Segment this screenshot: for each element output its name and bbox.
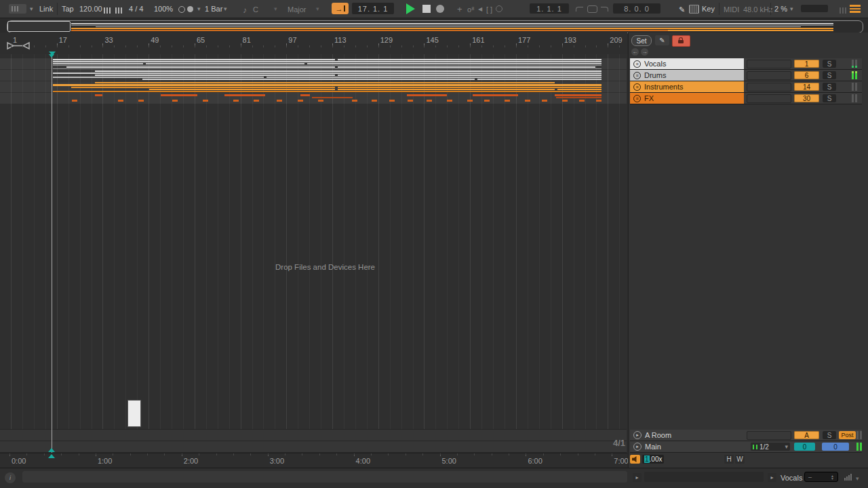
solo-button[interactable]: S: [823, 94, 836, 102]
main-volume-button[interactable]: 0: [822, 443, 849, 451]
track-name[interactable]: Instruments: [644, 83, 683, 91]
clip[interactable]: [146, 63, 304, 64]
clip[interactable]: [53, 91, 601, 92]
track-activator-button[interactable]: 30: [794, 94, 819, 102]
clip[interactable]: [203, 100, 208, 102]
clip[interactable]: [66, 66, 335, 68]
track-name-cell[interactable]: ≡ Drums: [630, 70, 744, 81]
clip[interactable]: [338, 66, 595, 68]
clip[interactable]: [95, 82, 555, 83]
track-name[interactable]: FX: [644, 94, 654, 102]
group-fold-icon[interactable]: ≡: [633, 72, 641, 79]
key-map-button[interactable]: Key: [702, 5, 715, 13]
solo-button[interactable]: S: [823, 83, 836, 91]
scale-name-field[interactable]: Major: [288, 5, 307, 14]
clip[interactable]: [312, 97, 353, 98]
clip[interactable]: [53, 61, 601, 62]
playback-speed-field[interactable]: 1 .00x: [642, 455, 664, 464]
playhead-top-marker[interactable]: [48, 54, 55, 58]
midi-map-button[interactable]: MIDI: [724, 5, 739, 14]
clip[interactable]: [95, 94, 102, 96]
clip[interactable]: [562, 100, 568, 102]
clip[interactable]: [556, 97, 601, 98]
clip[interactable]: [318, 100, 323, 102]
clip[interactable]: [447, 100, 452, 102]
automation-pencil-icon[interactable]: ✎: [655, 35, 669, 45]
count-in-icon[interactable]: [115, 5, 123, 14]
time-signature-field[interactable]: 4 / 4: [129, 5, 143, 13]
crossfade-selector[interactable]: 1/2 ▾: [751, 443, 790, 451]
clip[interactable]: [53, 77, 264, 78]
track-io-box[interactable]: [747, 71, 791, 80]
track-activator-button[interactable]: 6: [794, 71, 819, 79]
arrangement-lane-main[interactable]: [0, 441, 627, 452]
solo-button[interactable]: S: [823, 60, 836, 68]
clip[interactable]: [172, 100, 178, 102]
track-row[interactable]: ≡ Drums 6 S: [630, 70, 862, 81]
cue-level-button[interactable]: 0: [794, 443, 815, 451]
loop-brace-icon[interactable]: [6, 41, 31, 50]
clip[interactable]: [477, 79, 601, 80]
groove-amount-field[interactable]: 100%: [154, 5, 173, 13]
clip[interactable]: [557, 89, 601, 90]
set-marker-button[interactable]: Set: [631, 35, 652, 46]
clip[interactable]: [161, 94, 197, 96]
clip[interactable]: [95, 75, 335, 76]
clip[interactable]: [372, 100, 377, 102]
fold-play-icon[interactable]: ▸: [633, 443, 642, 451]
track-name-cell[interactable]: ≡ FX: [630, 93, 744, 104]
window-bars-icon[interactable]: [9, 4, 26, 14]
clip[interactable]: [224, 94, 265, 96]
clip[interactable]: [352, 100, 357, 102]
arrangement-area[interactable]: Drop Files and Devices Here 4/1: [0, 54, 627, 453]
beat-time-ruler[interactable]: 1173349658197113129145161177193209: [0, 33, 627, 54]
scale-note-icon[interactable]: ♪: [243, 5, 247, 15]
return-activator-button[interactable]: A: [794, 431, 819, 439]
track-row[interactable]: ≡ Vocals 1 S: [630, 58, 862, 70]
quantize-filled-icon[interactable]: [187, 6, 193, 12]
chevron-down-icon[interactable]: ▾: [224, 5, 227, 12]
clip[interactable]: [71, 87, 335, 88]
record-button[interactable]: [436, 5, 444, 13]
metronome-icon[interactable]: [104, 5, 112, 14]
clip[interactable]: [427, 100, 432, 102]
clip[interactable]: [389, 100, 395, 102]
follow-button[interactable]: →: [332, 3, 349, 14]
clip[interactable]: [277, 100, 282, 102]
playhead-bottom-marker[interactable]: [48, 448, 55, 452]
clip[interactable]: [484, 100, 490, 102]
solo-button[interactable]: S: [823, 71, 836, 79]
main-track-row[interactable]: ▸ Main 1/2 ▾ 0 0: [630, 441, 862, 453]
clip[interactable]: [298, 100, 303, 102]
fold-play-icon[interactable]: ▸: [633, 431, 642, 439]
clip[interactable]: [338, 89, 555, 90]
chevron-down-icon[interactable]: ▾: [316, 5, 319, 12]
clip[interactable]: [407, 94, 447, 96]
back-to-arrangement-icon[interactable]: ◀: [478, 6, 482, 12]
clip[interactable]: [467, 100, 473, 102]
clip[interactable]: [118, 100, 123, 102]
clip[interactable]: [338, 75, 601, 76]
group-fold-icon[interactable]: ≡: [633, 60, 641, 68]
track-name-cell[interactable]: ≡ Vocals: [630, 58, 744, 69]
loop-start-field[interactable]: 1. 1. 1: [530, 3, 569, 14]
clip[interactable]: [53, 68, 601, 69]
cpu-load-field[interactable]: 2 %: [774, 5, 787, 13]
height-zoom-button[interactable]: H: [724, 455, 734, 464]
track-io-box[interactable]: [747, 94, 791, 103]
clip[interactable]: [53, 84, 601, 86]
track-io-box[interactable]: [747, 60, 791, 68]
clip[interactable]: [505, 100, 510, 102]
clip[interactable]: [596, 100, 601, 102]
spinner-icon[interactable]: ▲▼: [831, 474, 834, 480]
track-row[interactable]: ≡ Instruments 14 S: [630, 81, 862, 93]
quantize-outline-icon[interactable]: [178, 6, 185, 13]
overdub-icon[interactable]: o⁸: [467, 5, 475, 14]
clip[interactable]: [408, 100, 413, 102]
chevron-down-icon[interactable]: ▾: [197, 5, 201, 12]
scale-root-field[interactable]: C: [253, 5, 258, 14]
preview-play-button[interactable]: ▸: [633, 473, 642, 482]
clip[interactable]: [72, 100, 77, 102]
prev-marker-button[interactable]: ←: [631, 48, 639, 56]
monitor-track-label[interactable]: Vocals: [781, 474, 802, 482]
